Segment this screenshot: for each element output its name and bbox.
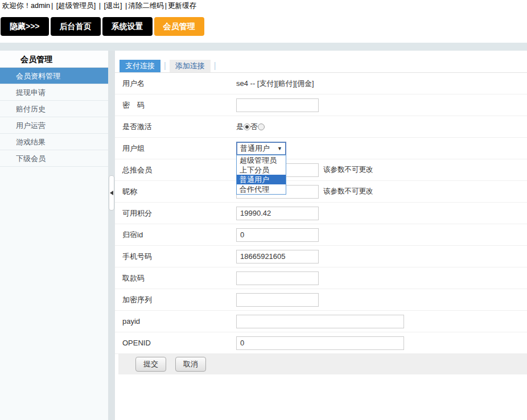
phone-label: 手机号码 bbox=[115, 252, 236, 262]
nickname-note: 该参数不可更改 bbox=[323, 187, 373, 196]
nav-member-management-button[interactable]: 会员管理 bbox=[154, 17, 204, 36]
sidebar-divider bbox=[108, 51, 115, 420]
referrer-note: 该参数不可更改 bbox=[323, 165, 373, 175]
dropdown-arrow-icon: ▼ bbox=[277, 146, 282, 151]
separator: | bbox=[51, 2, 53, 10]
withdrawal-code-field[interactable] bbox=[236, 271, 319, 285]
sidebar-item-user-operations[interactable]: 用户运营 bbox=[0, 117, 108, 134]
password-field[interactable] bbox=[236, 98, 319, 112]
openid-label: OPENID bbox=[115, 339, 236, 347]
separator: | bbox=[125, 2, 127, 10]
update-cache-link[interactable]: 更新缓存 bbox=[168, 2, 196, 10]
password-label: 密 码 bbox=[115, 100, 236, 110]
user-group-select[interactable]: 普通用户 ▼ bbox=[236, 142, 286, 155]
sidebar-item-payout-history[interactable]: 赔付历史 bbox=[0, 101, 108, 117]
clear-qrcode-link[interactable]: 清除二维码 bbox=[128, 2, 164, 10]
logout-link[interactable]: [退出] bbox=[104, 2, 122, 10]
nav-system-settings-button[interactable]: 系统设置 bbox=[102, 17, 153, 36]
tab-separator: | bbox=[164, 61, 166, 70]
openid-field[interactable] bbox=[236, 336, 404, 350]
home-id-field[interactable] bbox=[236, 228, 319, 242]
radio-no-label: 否 bbox=[250, 122, 258, 132]
member-form: 用户名 se4 -- [支付][赔付][佣金] 密 码 是否激活 是否 用户组 … bbox=[115, 72, 527, 354]
tab-payment-link[interactable]: 支付连接 bbox=[120, 60, 160, 72]
dropdown-option-super-admin[interactable]: 超级管理员 bbox=[237, 155, 286, 165]
tab-separator: | bbox=[214, 61, 216, 70]
radio-yes[interactable] bbox=[244, 123, 250, 130]
welcome-text: 欢迎你！admin bbox=[2, 2, 50, 10]
welcome-bar: 欢迎你！admin| [超级管理员] | [退出] |清除二维码|更新缓存 bbox=[2, 1, 197, 10]
tab-add-link[interactable]: 添加连接 bbox=[170, 60, 211, 72]
separator: | bbox=[99, 2, 101, 10]
sidebar-item-member-data[interactable]: 会员资料管理 bbox=[0, 68, 108, 84]
form-row-user-group: 用户组 普通用户 ▼ 超级管理员 上下分员 普通用户 合作代理 bbox=[115, 138, 527, 159]
encrypt-sequence-field[interactable] bbox=[236, 293, 319, 307]
available-points-field[interactable] bbox=[236, 207, 319, 220]
user-group-dropdown: 超级管理员 上下分员 普通用户 合作代理 bbox=[236, 155, 286, 195]
dropdown-option-credit-clerk[interactable]: 上下分员 bbox=[237, 165, 286, 175]
encrypt-sequence-label: 加密序列 bbox=[115, 295, 236, 305]
radio-yes-label: 是 bbox=[236, 122, 244, 132]
action-bar: 提交 取消 bbox=[118, 354, 527, 374]
withdrawal-code-label: 取款码 bbox=[115, 273, 236, 283]
collapse-left-icon bbox=[110, 191, 113, 195]
sidebar-item-game-results[interactable]: 游戏结果 bbox=[0, 134, 108, 150]
tab-bar: 支付连接|添加连接| bbox=[115, 51, 527, 72]
form-row-username: 用户名 se4 -- [支付][赔付][佣金] bbox=[115, 73, 527, 94]
payid-label: payid bbox=[115, 317, 236, 326]
home-id-label: 归宿id bbox=[115, 230, 236, 240]
sidebar-title: 会员管理 bbox=[0, 51, 108, 68]
dropdown-option-partner-agent[interactable]: 合作代理 bbox=[237, 184, 286, 194]
form-row-available-points: 可用积分 bbox=[115, 203, 527, 224]
separator: | bbox=[165, 2, 167, 10]
active-status-label: 是否激活 bbox=[115, 122, 236, 132]
nickname-label: 昵称 bbox=[115, 187, 236, 197]
form-row-openid: OPENID bbox=[115, 332, 527, 354]
radio-no[interactable] bbox=[258, 123, 265, 130]
role-badge: [超级管理员] bbox=[56, 2, 96, 10]
username-value: se4 -- [支付][赔付][佣金] bbox=[236, 79, 314, 89]
form-row-payid: payid bbox=[115, 311, 527, 332]
dropdown-option-normal-user[interactable]: 普通用户 bbox=[237, 175, 286, 184]
form-row-encrypt-sequence: 加密序列 bbox=[115, 289, 527, 311]
form-row-referrer: 总推会员 该参数不可更改 bbox=[115, 159, 527, 181]
phone-field[interactable] bbox=[236, 250, 319, 263]
username-label: 用户名 bbox=[115, 79, 236, 89]
header-divider-band bbox=[0, 43, 527, 51]
form-row-home-id: 归宿id bbox=[115, 224, 527, 246]
nav-hide-button[interactable]: 隐藏>>> bbox=[1, 17, 49, 36]
collapse-sidebar-handle[interactable] bbox=[109, 175, 114, 211]
sidebar-item-sub-members[interactable]: 下级会员 bbox=[0, 150, 108, 167]
form-row-withdrawal-code: 取款码 bbox=[115, 267, 527, 289]
submit-button[interactable]: 提交 bbox=[135, 357, 166, 372]
nav-home-button[interactable]: 后台首页 bbox=[51, 17, 101, 36]
form-row-password: 密 码 bbox=[115, 94, 527, 116]
user-group-selected-value: 普通用户 bbox=[240, 143, 270, 154]
referrer-label: 总推会员 bbox=[115, 165, 236, 175]
top-nav: 隐藏>>> 后台首页 系统设置 会员管理 bbox=[1, 17, 204, 36]
sidebar-item-withdrawal-request[interactable]: 提现申请 bbox=[0, 84, 108, 101]
main-content: 支付连接|添加连接| 用户名 se4 -- [支付][赔付][佣金] 密 码 是… bbox=[115, 51, 527, 420]
form-row-active-status: 是否激活 是否 bbox=[115, 116, 527, 138]
form-row-nickname: 昵称 该参数不可更改 bbox=[115, 181, 527, 203]
available-points-label: 可用积分 bbox=[115, 208, 236, 219]
form-row-phone: 手机号码 bbox=[115, 246, 527, 267]
payid-field[interactable] bbox=[236, 315, 404, 328]
cancel-button[interactable]: 取消 bbox=[175, 357, 206, 372]
user-group-label: 用户组 bbox=[115, 143, 236, 154]
sidebar: 会员管理 会员资料管理 提现申请 赔付历史 用户运营 游戏结果 下级会员 bbox=[0, 51, 108, 420]
